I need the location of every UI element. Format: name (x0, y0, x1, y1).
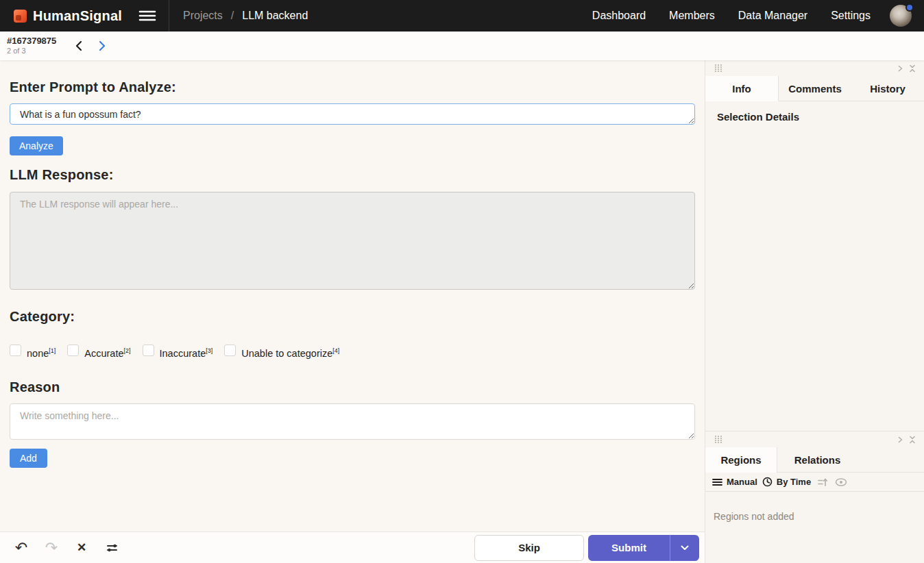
task-position: 2 of 3 (7, 47, 56, 56)
panel-collapse-icon[interactable] (906, 63, 919, 74)
details-panel-header (705, 60, 924, 76)
submit-button-group: Submit (588, 535, 699, 561)
sort-order-icon[interactable] (816, 475, 829, 489)
humansignal-logo-icon (14, 10, 27, 23)
category-hotkey: [3] (206, 347, 212, 354)
nav-dashboard[interactable]: Dashboard (592, 10, 646, 22)
llm-response-heading: LLM Response: (10, 166, 695, 183)
top-header: HumanSignal Projects / LLM backend Dashb… (0, 0, 924, 32)
analyze-button[interactable]: Analyze (10, 136, 63, 155)
reason-textarea[interactable] (10, 403, 695, 440)
regions-toolbar: Manual By Time (705, 473, 924, 492)
reason-heading: Reason (10, 379, 695, 395)
order-by-label: By Time (777, 477, 811, 487)
group-by-label: Manual (727, 477, 757, 487)
brand[interactable]: HumanSignal (14, 8, 122, 24)
labeling-area: Enter Prompt to Analyze: What is a fun o… (0, 60, 705, 563)
group-by-selector[interactable]: Manual (712, 477, 757, 487)
panel-expand-right-icon[interactable] (894, 434, 906, 445)
category-options: none[1] Accurate[2] Inaccurate[3] Unable… (10, 345, 695, 360)
category-heading: Category: (10, 308, 695, 325)
regions-panel-content: Regions not added (705, 492, 924, 563)
panel-expand-right-icon[interactable] (894, 63, 906, 74)
prompt-input[interactable]: What is a fun opossum fact? (10, 103, 695, 125)
llm-response-textarea (10, 192, 695, 290)
settings-sliders-icon[interactable] (100, 536, 123, 560)
previous-task-button[interactable] (67, 34, 90, 58)
tab-history[interactable]: History (851, 76, 924, 101)
category-hotkey: [2] (124, 347, 131, 354)
bottom-toolbar: ↶ ↷ ✕ Skip Submit (0, 531, 705, 563)
prompt-heading: Enter Prompt to Analyze: (10, 79, 695, 95)
tab-info[interactable]: Info (705, 76, 779, 101)
category-label: none (27, 348, 49, 359)
undo-icon[interactable]: ↶ (10, 536, 33, 560)
task-id: #167379875 (7, 36, 56, 47)
breadcrumb-projects-link[interactable]: Projects (183, 10, 223, 22)
category-option-none[interactable]: none[1] (10, 345, 56, 360)
details-tabs: Info Comments History (705, 76, 924, 101)
regions-panel: Regions Relations Manual By Time (705, 431, 924, 563)
right-sidebar: Info Comments History Selection Details (705, 60, 924, 563)
hamburger-menu-icon[interactable] (138, 10, 156, 22)
tab-relations[interactable]: Relations (777, 447, 858, 472)
group-manual-icon (712, 478, 722, 486)
tabs-filler (858, 447, 924, 472)
category-checkbox-unable[interactable] (224, 345, 236, 356)
category-checkbox-accurate[interactable] (67, 345, 79, 356)
tab-regions[interactable]: Regions (705, 447, 777, 473)
panel-collapse-icon[interactable] (906, 434, 919, 445)
category-checkbox-inaccurate[interactable] (143, 345, 154, 356)
details-panel-content: Selection Details (705, 101, 924, 431)
nav-members[interactable]: Members (669, 10, 715, 22)
header-nav: Dashboard Members Data Manager Settings (592, 10, 871, 22)
tab-comments[interactable]: Comments (779, 76, 851, 101)
category-option-accurate[interactable]: Accurate[2] (67, 345, 130, 360)
redo-icon[interactable]: ↷ (40, 536, 63, 560)
skip-button[interactable]: Skip (474, 535, 584, 561)
category-label: Inaccurate (160, 348, 206, 359)
user-avatar[interactable] (890, 5, 912, 27)
nav-settings[interactable]: Settings (831, 10, 871, 22)
brand-name: HumanSignal (33, 8, 122, 24)
drag-handle-icon[interactable] (712, 434, 725, 445)
reset-icon[interactable]: ✕ (70, 536, 93, 560)
regions-empty-text: Regions not added (714, 511, 924, 522)
selection-details-title: Selection Details (717, 111, 924, 123)
submit-dropdown-chevron-icon[interactable] (670, 535, 699, 561)
task-navigation-bar: #167379875 2 of 3 (0, 32, 924, 60)
breadcrumb-current-project: LLM backend (242, 10, 308, 22)
drag-handle-icon[interactable] (712, 63, 725, 74)
category-label: Accurate (84, 348, 123, 359)
regions-panel-header (705, 431, 924, 447)
category-hotkey: [4] (332, 347, 339, 354)
header-divider (169, 0, 169, 32)
nav-data-manager[interactable]: Data Manager (738, 10, 807, 22)
next-task-button[interactable] (90, 34, 114, 58)
notification-badge (905, 3, 914, 12)
category-option-unable-to-categorize[interactable]: Unable to categorize[4] (224, 345, 339, 360)
category-checkbox-none[interactable] (10, 345, 21, 356)
category-label: Unable to categorize (241, 348, 332, 359)
task-ident: #167379875 2 of 3 (7, 36, 56, 56)
visibility-eye-icon[interactable] (834, 475, 848, 489)
clock-icon (762, 477, 773, 487)
breadcrumb-separator: / (231, 10, 234, 22)
regions-tabs: Regions Relations (705, 447, 924, 473)
category-hotkey: [1] (49, 347, 56, 354)
add-button[interactable]: Add (10, 449, 47, 468)
details-panel: Info Comments History Selection Details (705, 60, 924, 431)
breadcrumb: Projects / LLM backend (183, 10, 308, 22)
order-by-selector[interactable]: By Time (762, 477, 811, 487)
submit-button[interactable]: Submit (588, 535, 670, 561)
category-option-inaccurate[interactable]: Inaccurate[3] (143, 345, 213, 360)
